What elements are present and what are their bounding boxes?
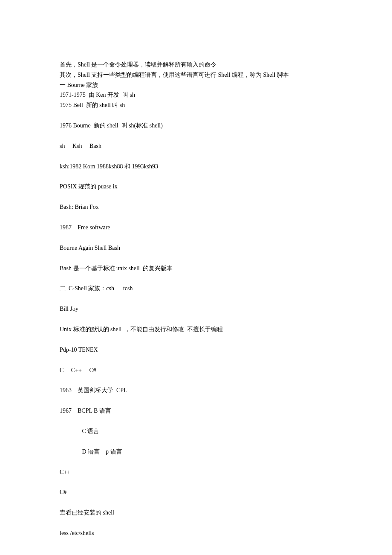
document-page: 首先，Shell 是一个命令处理器，读取并解释所有输入的命令 其次，Shell …: [0, 0, 392, 555]
blank-line: [60, 396, 337, 406]
blank-line: [60, 457, 337, 467]
blank-line: [60, 131, 337, 141]
text-line: 1987 Free software: [60, 223, 337, 233]
text-line: Bourne Again Shell Bash: [60, 243, 337, 253]
blank-line: [60, 151, 337, 162]
text-line: 1971-1975 由 Ken 开发 叫 sh: [60, 90, 337, 100]
blank-line: [60, 436, 337, 447]
blank-line: [60, 477, 337, 487]
text-line: Bill Joy: [60, 304, 337, 314]
blank-line: [60, 497, 337, 508]
text-line: Unix 标准的默认的 shell ，不能自由发行和修改 不擅长于编程: [60, 324, 337, 335]
text-line: 首先，Shell 是一个命令处理器，读取并解释所有输入的命令: [60, 60, 337, 70]
text-line: 二 C-Shell 家族：csh tcsh: [60, 283, 337, 294]
blank-line: [60, 416, 337, 426]
blank-line: [60, 314, 337, 324]
blank-line: [60, 335, 337, 345]
blank-line: [60, 192, 337, 202]
text-line: C++: [60, 467, 337, 477]
blank-line: [60, 212, 337, 223]
blank-line: [60, 171, 337, 182]
text-line: 一 Bourne 家族: [60, 80, 337, 90]
blank-line: [60, 253, 337, 263]
text-line: 1976 Bourne 新的 shell 叫 sh(标准 shell): [60, 121, 337, 131]
text-line: C C++ C#: [60, 365, 337, 376]
blank-line: [60, 110, 337, 121]
blank-line: [60, 233, 337, 243]
text-line: less /etc/shells: [60, 528, 337, 538]
text-line: sh Ksh Bash: [60, 141, 337, 151]
text-line: Bash 是一个基于标准 unix shell 的复兴版本: [60, 263, 337, 274]
text-line: Bash: Brian Fox: [60, 202, 337, 212]
text-line: 其次，Shell 支持一些类型的编程语言，使用这些语言可进行 Shell 编程，…: [60, 70, 337, 80]
text-line: D 语言 p 语言: [60, 447, 337, 457]
text-line: ksh:1982 Korn 1988ksh88 和 1993ksh93: [60, 162, 337, 172]
text-line: 1967 BCPL B 语言: [60, 406, 337, 416]
blank-line: [60, 375, 337, 385]
blank-line: [60, 294, 337, 304]
text-line: POSIX 规范的 puase ix: [60, 182, 337, 192]
blank-line: [60, 355, 337, 365]
text-line: C#: [60, 487, 337, 497]
blank-line: [60, 273, 337, 283]
text-line: C 语言: [60, 426, 337, 436]
text-line: 查看已经安装的 shell: [60, 508, 337, 518]
text-line: 1963 英国剑桥大学 CPL: [60, 385, 337, 396]
text-line: Pdp-10 TENEX: [60, 345, 337, 355]
text-line: 1975 Bell 新的 shell 叫 sh: [60, 100, 337, 110]
blank-line: [60, 518, 337, 528]
